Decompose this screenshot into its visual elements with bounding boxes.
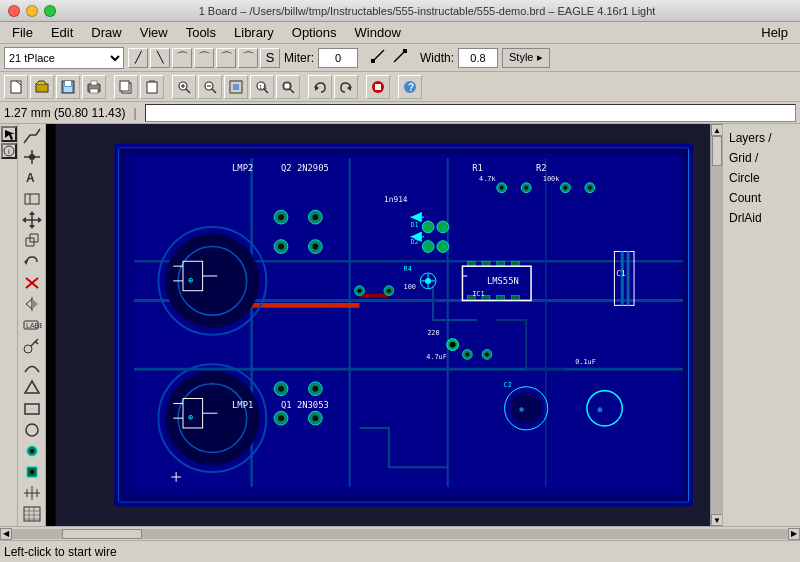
draw-arc-3[interactable]: ⌒ — [216, 48, 236, 68]
grid-cross-tool[interactable] — [20, 483, 44, 503]
menu-options[interactable]: Options — [284, 23, 345, 42]
svg-point-61 — [24, 345, 32, 353]
svg-point-162 — [510, 393, 541, 424]
svg-line-31 — [290, 89, 294, 93]
grid-overlay-tool[interactable] — [20, 504, 44, 524]
help-button[interactable]: ? — [398, 75, 422, 99]
via-tool[interactable] — [20, 441, 44, 461]
main-area: i A LABEL — [0, 124, 800, 526]
svg-text:Q2  2N2905: Q2 2N2905 — [281, 163, 329, 173]
zoom-100-button[interactable]: 1:1 — [250, 75, 274, 99]
svg-marker-50 — [29, 225, 35, 229]
menu-edit[interactable]: Edit — [43, 23, 81, 42]
layer-select[interactable]: 21 tPlace — [4, 47, 124, 69]
svg-text:Q1  2N3053: Q1 2N3053 — [281, 400, 329, 410]
delete-tool[interactable] — [20, 273, 44, 293]
pcb-view[interactable]: ⊕ ⊕ ⊕ LMP2 Q2 2N2905 — [46, 124, 722, 526]
svg-point-103 — [312, 214, 318, 220]
svg-point-116 — [422, 221, 434, 233]
component-tool[interactable] — [20, 189, 44, 209]
count-button[interactable]: Count — [723, 188, 800, 208]
draw-arc-2[interactable]: ⌒ — [194, 48, 214, 68]
horizontal-scrollbar[interactable]: ◀ ▶ — [0, 526, 800, 540]
draw-line-tool[interactable]: ╱ — [128, 48, 148, 68]
svg-point-111 — [524, 186, 528, 190]
layers-button[interactable]: Layers / — [723, 128, 800, 148]
drlaid-button[interactable]: DrlAid — [723, 208, 800, 228]
close-button[interactable] — [8, 5, 20, 17]
scroll-thumb[interactable] — [712, 136, 722, 166]
text-tool[interactable]: A — [20, 168, 44, 188]
command-input[interactable] — [145, 104, 796, 122]
rect-tool[interactable] — [20, 399, 44, 419]
width-input[interactable] — [458, 48, 498, 68]
move-tool[interactable] — [20, 210, 44, 230]
zoom-window-button[interactable] — [276, 75, 300, 99]
svg-marker-38 — [5, 130, 15, 140]
new-button[interactable] — [4, 75, 28, 99]
menu-file[interactable]: File — [4, 23, 41, 42]
redo-button[interactable] — [334, 75, 358, 99]
menu-library[interactable]: Library — [226, 23, 282, 42]
scroll-down-arrow[interactable]: ▼ — [711, 514, 722, 526]
svg-line-23 — [212, 89, 216, 93]
menu-draw[interactable]: Draw — [83, 23, 129, 42]
scroll-left-arrow[interactable]: ◀ — [0, 528, 12, 540]
rotate-tool[interactable] — [20, 252, 44, 272]
copy-move-tool[interactable] — [20, 231, 44, 251]
draw-tool-2[interactable]: ╲ — [150, 48, 170, 68]
circle-tool[interactable] — [20, 420, 44, 440]
circle-button[interactable]: Circle — [723, 168, 800, 188]
arc-tool[interactable] — [20, 357, 44, 377]
grid-button[interactable]: Grid / — [723, 148, 800, 168]
smash-tool[interactable] — [20, 336, 44, 356]
info-tool[interactable]: i — [1, 143, 17, 159]
draw-spline[interactable]: S — [260, 48, 280, 68]
svg-text:⊕: ⊕ — [519, 405, 524, 414]
svg-text:LMP2: LMP2 — [232, 163, 253, 173]
svg-point-117 — [437, 221, 449, 233]
zoom-in-button[interactable] — [172, 75, 196, 99]
copy-button[interactable] — [114, 75, 138, 99]
wire-tool[interactable] — [20, 126, 44, 146]
maximize-button[interactable] — [44, 5, 56, 17]
svg-rect-35 — [375, 84, 381, 90]
draw-arc-1[interactable]: ⌒ — [172, 48, 192, 68]
svg-point-68 — [30, 449, 34, 453]
stop-button[interactable] — [366, 75, 390, 99]
minimize-button[interactable] — [26, 5, 38, 17]
draw-arc-4[interactable]: ⌒ — [238, 48, 258, 68]
paste-button[interactable] — [140, 75, 164, 99]
scroll-track[interactable] — [711, 136, 722, 514]
svg-text:1n914: 1n914 — [384, 195, 408, 204]
style-button[interactable]: Style ▸ — [502, 48, 550, 68]
miter-input[interactable] — [318, 48, 358, 68]
coordinate-display: 1.27 mm (50.80 11.43) — [4, 106, 125, 120]
svg-point-157 — [425, 278, 431, 284]
mirror-tool[interactable] — [20, 294, 44, 314]
label-tool[interactable]: LABEL — [20, 315, 44, 335]
svg-point-66 — [26, 424, 38, 436]
hscroll-track[interactable] — [12, 529, 788, 539]
svg-text:R4: R4 — [404, 265, 412, 273]
open-button[interactable] — [30, 75, 54, 99]
zoom-out-button[interactable] — [198, 75, 222, 99]
print-button[interactable] — [82, 75, 106, 99]
menu-view[interactable]: View — [132, 23, 176, 42]
svg-rect-4 — [11, 81, 21, 93]
vertical-scrollbar[interactable]: ▲ ▼ — [710, 124, 722, 526]
pad-tool[interactable] — [20, 462, 44, 482]
menu-tools[interactable]: Tools — [178, 23, 224, 42]
scroll-up-arrow[interactable]: ▲ — [711, 124, 722, 136]
junction-tool[interactable] — [20, 147, 44, 167]
menu-window[interactable]: Window — [347, 23, 409, 42]
zoom-fit-button[interactable] — [224, 75, 248, 99]
pointer-tool[interactable] — [1, 126, 17, 142]
save-button[interactable] — [56, 75, 80, 99]
hscroll-thumb[interactable] — [62, 529, 142, 539]
menu-help[interactable]: Help — [753, 23, 796, 42]
undo-button[interactable] — [308, 75, 332, 99]
pcb-canvas-area[interactable]: ⊕ ⊕ ⊕ LMP2 Q2 2N2905 — [46, 124, 722, 526]
polygon-tool[interactable] — [20, 378, 44, 398]
scroll-right-arrow[interactable]: ▶ — [788, 528, 800, 540]
